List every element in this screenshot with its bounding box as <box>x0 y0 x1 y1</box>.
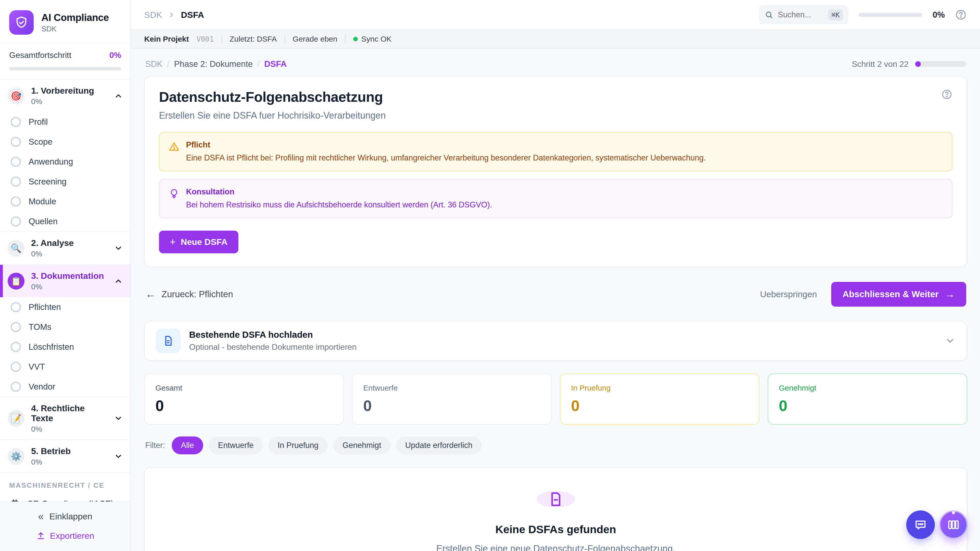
sync-status: Sync OK <box>353 35 391 43</box>
chat-fab-button[interactable] <box>906 510 935 539</box>
header-breadcrumb-root[interactable]: SDK <box>144 10 162 20</box>
breadcrumb-root[interactable]: SDK <box>145 59 162 69</box>
magnifier-icon: 🔍 <box>8 240 24 257</box>
page-title: Datenschutz-Folgenabschaetzung <box>159 89 383 105</box>
stat-value: 0 <box>571 397 748 414</box>
sidebar-section-vorbereitung[interactable]: 🎯 1. Vorbereitung 0% <box>0 79 130 112</box>
filter-chip-alle[interactable]: Alle <box>172 437 204 454</box>
board-columns-fab-button[interactable] <box>939 510 968 539</box>
header-breadcrumb-current: DSFA <box>181 10 204 20</box>
pflicht-alert: Pflicht Eine DSFA ist Pflicht bei: Profi… <box>159 132 953 171</box>
back-link[interactable]: ← Zurueck: Pflichten <box>145 288 233 300</box>
breadcrumb-current: DSFA <box>264 59 286 69</box>
overall-progress-value: 0% <box>110 51 121 60</box>
last-saved-time: Gerade eben <box>293 35 337 43</box>
filter-chip-genehmigt[interactable]: Genehmigt <box>333 437 390 454</box>
filter-chip-entwuerfe[interactable]: Entwuerfe <box>209 437 263 454</box>
search-icon <box>765 11 773 19</box>
overall-progress-bar <box>9 67 121 70</box>
chat-bubble-icon <box>914 518 927 531</box>
plus-icon: + <box>170 238 176 246</box>
sidebar-item-vendor[interactable]: Vendor <box>0 377 130 397</box>
sidebar-item-label: Anwendung <box>29 157 73 167</box>
breadcrumb-separator: / <box>167 59 169 69</box>
sidebar-item-scope[interactable]: Scope <box>0 132 130 152</box>
status-circle-icon <box>11 362 21 372</box>
sidebar-footer: « Einklappen Exportieren <box>0 502 130 551</box>
sidebar-item-pflichten[interactable]: Pflichten <box>0 297 130 317</box>
app-title: AI Compliance <box>41 12 109 23</box>
sidebar-item-loeschfristen[interactable]: Löschfristen <box>0 337 130 357</box>
stat-value: 0 <box>779 397 956 414</box>
alert-title: Konsultation <box>186 187 492 197</box>
sidebar-item-label: Screening <box>29 177 67 186</box>
help-icon[interactable] <box>941 89 953 100</box>
app-subtitle: SDK <box>41 25 109 33</box>
status-circle-icon <box>11 117 21 127</box>
sidebar-item-label: Module <box>29 197 56 206</box>
sidebar-section-dokumentation[interactable]: 📋 3. Dokumentation 0% <box>0 265 130 297</box>
new-dsfa-button[interactable]: + Neue DSFA <box>159 230 239 253</box>
konsultation-alert: Konsultation Bei hohem Restrisiko muss d… <box>159 179 953 218</box>
status-circle-icon <box>11 382 21 392</box>
sidebar-item-quellen[interactable]: Quellen <box>0 211 130 231</box>
sidebar-item-label: Profil <box>29 117 48 127</box>
finish-next-button[interactable]: Abschliessen & Weiter → <box>831 282 966 306</box>
status-circle-icon <box>11 197 21 206</box>
upload-existing-dsfa-panel[interactable]: Bestehende DSFA hochladen Optional - bes… <box>144 321 967 361</box>
status-circle-icon <box>11 176 21 187</box>
search-input[interactable] <box>778 10 824 19</box>
section-percent: 0% <box>31 97 107 106</box>
empty-state-card: Keine DSFAs gefunden Erstellen Sie eine … <box>144 467 967 551</box>
project-name: Kein Projekt <box>144 35 189 43</box>
sidebar-item-profil[interactable]: Profil <box>0 112 130 132</box>
collapse-sidebar-button[interactable]: « Einklappen <box>38 511 92 522</box>
main-area: SDK DSFA ⌘K 0% Kein Projekt V001 Zuletzt… <box>131 0 980 551</box>
last-step-label: Zuletzt: DSFA <box>230 35 277 43</box>
stats-row: Gesamt 0 Entwuerfe 0 In Pruefung 0 Geneh… <box>144 373 967 425</box>
sidebar: AI Compliance SDK Gesamtfortschritt 0% 🎯… <box>0 0 131 551</box>
stat-value: 0 <box>156 397 332 414</box>
target-icon: 🎯 <box>8 87 24 104</box>
sidebar-item-vvt[interactable]: VVT <box>0 357 130 377</box>
sidebar-item-toms[interactable]: TOMs <box>0 317 130 337</box>
finish-next-label: Abschliessen & Weiter <box>842 289 939 299</box>
breadcrumb: SDK / Phase 2: Dokumente / DSFA <box>145 59 286 69</box>
help-icon[interactable] <box>955 9 967 21</box>
sidebar-item-label: Vendor <box>29 382 56 392</box>
header-progress-value: 0% <box>932 10 945 20</box>
sidebar-section-betrieb[interactable]: ⚙️ 5. Betrieb 0% <box>0 440 130 472</box>
sync-label: Sync OK <box>361 35 391 43</box>
sidebar-item-module[interactable]: Module <box>0 192 130 211</box>
section-percent: 0% <box>31 249 107 258</box>
document-icon <box>537 491 575 507</box>
stat-label: Entwuerfe <box>363 384 540 392</box>
sidebar-item-anwendung[interactable]: Anwendung <box>0 152 130 171</box>
sidebar-section-analyse[interactable]: 🔍 2. Analyse 0% <box>0 232 130 264</box>
header-progress-bar <box>859 13 922 17</box>
filter-chip-update-erforderlich[interactable]: Update erforderlich <box>396 437 482 454</box>
alert-title: Pflicht <box>186 140 706 149</box>
sidebar-section-rechtliche-texte[interactable]: 📝 4. Rechtliche Texte 0% <box>0 397 130 440</box>
export-button[interactable]: Exportieren <box>36 531 94 541</box>
divider <box>285 35 285 43</box>
chevron-down-icon[interactable] <box>945 335 956 346</box>
divider <box>221 35 222 43</box>
gear-icon: ⚙️ <box>8 448 24 465</box>
skip-button[interactable]: Ueberspringen <box>760 289 817 299</box>
alert-text: Bei hohem Restrisiko muss die Aufsichtsb… <box>186 200 492 210</box>
stat-card-entwuerfe: Entwuerfe 0 <box>352 373 552 425</box>
sidebar-item-ce-compliance[interactable]: CE-Compliance (IACE) <box>0 493 130 502</box>
sidebar-item-screening[interactable]: Screening <box>0 171 130 192</box>
filter-chip-in-pruefung[interactable]: In Pruefung <box>269 437 328 454</box>
sidebar-item-label: Scope <box>29 137 52 147</box>
empty-state-title: Keine DSFAs gefunden <box>495 523 616 536</box>
warning-triangle-icon <box>169 141 180 152</box>
breadcrumb-phase[interactable]: Phase 2: Dokumente <box>174 59 253 69</box>
breadcrumb-separator: / <box>257 59 259 69</box>
arrow-left-icon: ← <box>145 288 156 300</box>
search-box[interactable]: ⌘K <box>759 5 849 24</box>
dsfa-intro-card: Datenschutz-Folgenabschaetzung Erstellen… <box>144 76 967 267</box>
chevron-down-icon <box>114 414 123 423</box>
version-badge: V001 <box>197 35 213 43</box>
